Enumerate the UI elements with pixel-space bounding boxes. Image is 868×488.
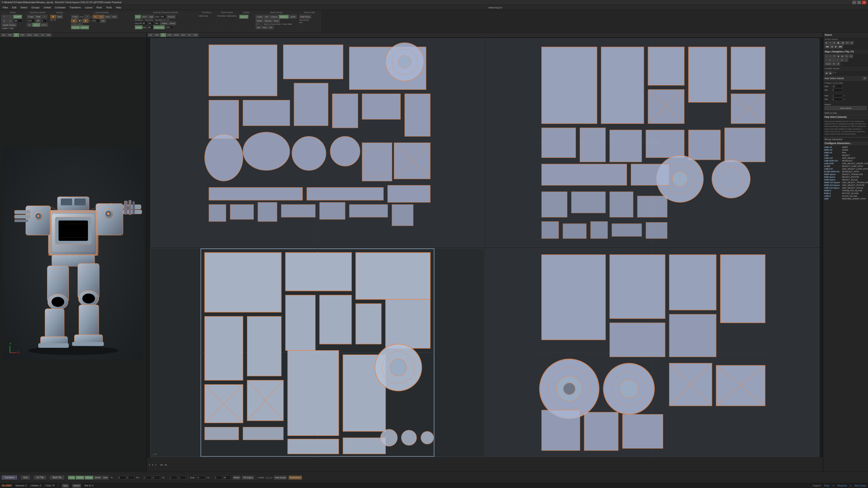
uv-3d-btn[interactable]: 3D [160, 33, 166, 37]
px-btn[interactable]: Px [93, 15, 98, 19]
vp-hide-btn[interactable]: Hide [7, 33, 13, 37]
fit-in-input2[interactable] [223, 476, 231, 480]
t-live-o-btn[interactable]: Live O [40, 23, 48, 27]
seams-angle-input[interactable] [13, 19, 22, 22]
uv-show-btn[interactable]: Show [173, 33, 180, 37]
si-nav1[interactable]: ◀◀ [825, 45, 830, 49]
auto-fit-btn[interactable]: Auto Fit [80, 26, 89, 29]
align-h3[interactable]: ↓ [832, 58, 835, 62]
si-nav3[interactable]: ▶ [834, 45, 838, 49]
ig-free-btn[interactable]: Free [261, 26, 268, 29]
si-btn2[interactable]: □ [829, 41, 832, 44]
seams-u-btn[interactable]: U [2, 19, 7, 23]
align-btn7[interactable]: M [849, 55, 853, 58]
pack-all-btn[interactable]: Pack All [71, 26, 80, 29]
multi-tile-tab[interactable]: Multi-Tile [50, 476, 64, 480]
minimize-button[interactable]: ─ [852, 1, 856, 4]
stop-off-input[interactable] [142, 22, 148, 25]
fill-origins-btn[interactable]: Fill Origins [242, 476, 254, 480]
ig-billboard-btn[interactable]: BillBoard [279, 15, 288, 19]
menu-unfold[interactable]: Unfold [42, 6, 53, 9]
uv-auto-btn[interactable]: Auto [180, 33, 186, 37]
max-val[interactable] [147, 26, 153, 29]
vp-init-btn[interactable]: Init [39, 33, 45, 37]
group-btn[interactable]: Group [169, 22, 176, 25]
vp-hide2-btn[interactable]: Hide [45, 33, 51, 37]
topo-btn[interactable]: Topo [62, 484, 69, 488]
min2-input[interactable] [832, 98, 842, 101]
menu-groups[interactable]: Groups [30, 6, 41, 9]
tv-input[interactable] [126, 476, 134, 480]
box3-btn[interactable]: ■ [83, 19, 88, 23]
add-btn[interactable]: Add [100, 19, 105, 23]
norm-btn[interactable]: Norm [141, 15, 148, 19]
uv-quadrant-top-right[interactable]: 人人素材 [485, 38, 819, 247]
stop-val1[interactable] [148, 22, 154, 25]
align-btn9[interactable]: ⊗ [836, 62, 840, 66]
sv-input[interactable] [178, 476, 186, 480]
seams-btn1[interactable]: + [2, 15, 7, 19]
max2-input[interactable] [832, 94, 842, 97]
t-plus-btn[interactable]: + [42, 15, 47, 19]
ig-remove-btn[interactable]: Remove [264, 19, 273, 23]
si-btn1[interactable]: ■ [825, 41, 828, 44]
menu-pack[interactable]: Pack [94, 6, 103, 9]
fit-in-input[interactable] [214, 476, 222, 480]
update-unwrap-btn[interactable]: Update Unwrap [2, 23, 17, 27]
crush-btn[interactable]: Crush [825, 62, 832, 66]
t-flip-btn[interactable]: T Flips [27, 15, 35, 19]
uv-flats-btn[interactable]: Flats [166, 33, 173, 37]
stretch-btn[interactable]: Stretch [72, 484, 81, 488]
user-btn[interactable]: User [102, 476, 108, 480]
box2-btn[interactable]: ■ [77, 19, 83, 23]
align-btn6[interactable]: Px [844, 55, 849, 58]
high-btn[interactable]: High [148, 15, 154, 19]
si-btn6[interactable]: Px [845, 41, 849, 44]
enable-btn[interactable]: Enable [13, 15, 22, 19]
opts-btn[interactable]: Opts [56, 15, 63, 19]
uv-quadrant-bottom-left[interactable]: 人人素材 [150, 248, 485, 457]
uv-tile-tab[interactable]: UV Tile [34, 476, 46, 480]
power-btn[interactable]: ⚡ [51, 15, 56, 19]
t-live-u-btn[interactable]: Live U [33, 23, 40, 27]
ig-labels-btn[interactable]: Labels [289, 15, 297, 19]
uv-inst-btn[interactable]: Inst. [148, 33, 154, 37]
t-free-btn[interactable]: Free [35, 15, 41, 19]
ig-delete-btn[interactable]: Delete [256, 19, 263, 23]
pe-btn[interactable]: Pe [99, 15, 104, 19]
seams-icon1[interactable]: ◻ [7, 19, 13, 23]
mouse-btn[interactable]: Mouse [85, 476, 93, 480]
align-btn8[interactable]: ⊕ [832, 62, 836, 66]
grid-tab[interactable]: Grid [21, 476, 30, 480]
max-count-input[interactable] [832, 85, 842, 88]
follow-avg-btn[interactable]: Follow Avg [154, 26, 164, 29]
select-islands-btn[interactable]: Select Islands [825, 106, 867, 110]
scale-nav-right[interactable]: ▶ [829, 71, 832, 75]
si-btn4[interactable]: ▣ [836, 41, 840, 44]
menu-tools[interactable]: Tools [104, 6, 114, 9]
configure-interaction-btn[interactable]: Configure Interaction... [823, 141, 868, 145]
align-btn2[interactable]: ↕ [829, 55, 832, 58]
redistribute-btn[interactable]: Redistribute [289, 476, 302, 480]
menu-layout[interactable]: Layout [83, 6, 94, 9]
ig-outlines-btn[interactable]: Outlines [270, 15, 279, 19]
align-h2[interactable]: ⌀ [828, 58, 832, 62]
uv-quadrant-bottom-right[interactable]: 人人素材 [485, 248, 819, 457]
vp-show-btn[interactable]: Show [26, 33, 33, 37]
uv-hide-btn[interactable]: Hide [154, 33, 160, 37]
uv-viewport[interactable]: Inst. Hide 3D Flats Show Auto Init Hide … [147, 33, 823, 472]
new-scope-btn[interactable]: New Scope [274, 476, 287, 480]
layout-input1[interactable] [91, 19, 100, 22]
uv-hide2-btn[interactable]: Hide [192, 33, 198, 37]
align-h1[interactable]: ↑ [825, 58, 828, 62]
su-input[interactable] [169, 476, 177, 480]
layout-plus-btn[interactable]: + [84, 15, 90, 19]
global-btn[interactable]: Global [135, 26, 143, 29]
menu-help[interactable]: Help [114, 6, 123, 9]
auto-select-expand[interactable]: ▼ [863, 77, 867, 80]
stop-val2[interactable] [154, 22, 160, 25]
gold-input[interactable] [160, 15, 166, 18]
align-btn5[interactable]: ■ [841, 55, 844, 58]
si-btn5[interactable]: ◉ [841, 41, 845, 44]
scale-nav-left[interactable]: ◀ [825, 71, 828, 75]
